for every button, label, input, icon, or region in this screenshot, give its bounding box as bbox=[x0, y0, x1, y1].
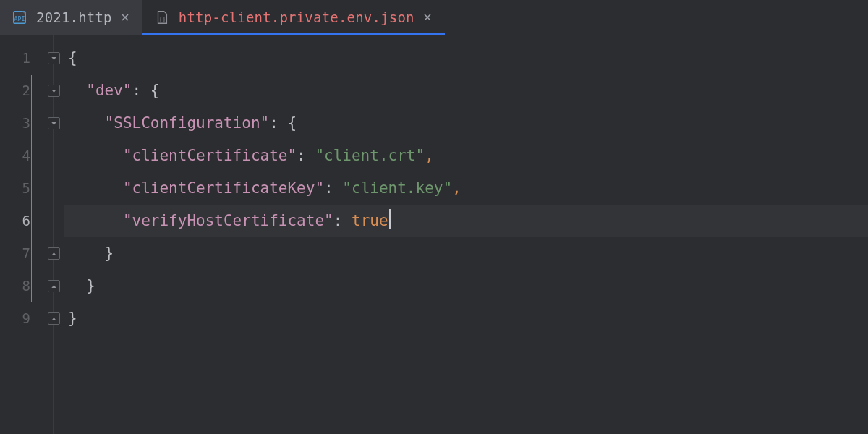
tab-bar: API 2021.http {} http-client.private.env… bbox=[0, 0, 868, 35]
fold-toggle-icon[interactable] bbox=[48, 312, 60, 325]
code-line[interactable]: } bbox=[64, 270, 868, 302]
code-area[interactable]: { "dev": { "SSLConfiguration": { "client… bbox=[64, 35, 868, 434]
close-icon[interactable] bbox=[121, 13, 129, 22]
close-icon[interactable] bbox=[423, 13, 432, 22]
api-file-icon: API bbox=[12, 9, 27, 25]
tab-label: http-client.private.env.json bbox=[179, 9, 414, 25]
code-line[interactable]: "dev": { bbox=[64, 75, 868, 107]
line-number: 3 bbox=[0, 107, 43, 140]
svg-text:{}: {} bbox=[158, 16, 166, 23]
tab-label: 2021.http bbox=[36, 9, 112, 25]
code-line[interactable]: } bbox=[64, 237, 868, 270]
line-number: 7 bbox=[0, 237, 43, 270]
tab-http-client-private-env-json[interactable]: {} http-client.private.env.json bbox=[142, 0, 445, 35]
fold-toggle-icon[interactable] bbox=[48, 280, 60, 292]
line-number: 6 bbox=[0, 205, 43, 237]
code-editor[interactable]: 1 2 3 4 5 6 7 8 9 { "dev": { "SSLConfigu… bbox=[0, 35, 868, 434]
tab-2021-http[interactable]: API 2021.http bbox=[0, 0, 142, 35]
json-file-icon: {} bbox=[154, 9, 170, 25]
tabbar-filler bbox=[445, 0, 868, 35]
line-number: 1 bbox=[0, 42, 43, 75]
line-number: 9 bbox=[0, 302, 43, 335]
text-caret bbox=[389, 209, 391, 229]
line-number: 4 bbox=[0, 140, 43, 172]
code-line[interactable]: "clientCertificate": "client.crt", bbox=[64, 140, 868, 172]
code-line[interactable]: "SSLConfiguration": { bbox=[64, 107, 868, 140]
fold-toggle-icon[interactable] bbox=[48, 52, 60, 64]
fold-toggle-icon[interactable] bbox=[48, 85, 60, 97]
fold-gutter bbox=[43, 35, 64, 434]
code-line[interactable]: "verifyHostCertificate": true bbox=[64, 205, 868, 237]
indent-guide bbox=[31, 75, 32, 302]
line-number: 2 bbox=[0, 75, 43, 107]
code-line[interactable]: } bbox=[64, 302, 868, 335]
line-number: 8 bbox=[0, 270, 43, 302]
line-number-gutter: 1 2 3 4 5 6 7 8 9 bbox=[0, 35, 43, 434]
svg-text:API: API bbox=[14, 15, 25, 22]
line-number: 5 bbox=[0, 172, 43, 205]
fold-toggle-icon[interactable] bbox=[48, 247, 60, 260]
fold-toggle-icon[interactable] bbox=[48, 117, 60, 129]
code-line[interactable]: { bbox=[64, 42, 868, 75]
code-line[interactable]: "clientCertificateKey": "client.key", bbox=[64, 172, 868, 205]
